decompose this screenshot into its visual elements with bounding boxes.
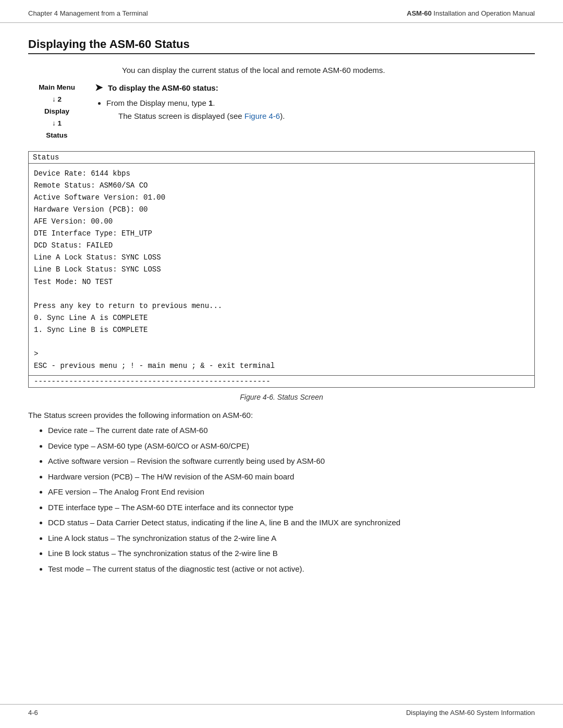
description-intro: The Status screen provides the following… xyxy=(28,411,535,419)
status-note-suffix: ). xyxy=(280,112,285,120)
nav-menu-line1: Main Menu xyxy=(28,82,85,94)
status-note: The Status screen is displayed (see Figu… xyxy=(118,112,535,120)
header-left: Chapter 4 Management from a Terminal xyxy=(28,9,148,17)
instruction-text: To display the ASM-60 status: xyxy=(108,83,218,92)
terminal-line-6: DCD Status: FAILED xyxy=(34,240,529,252)
page-footer: 4-6 Displaying the ASM-60 System Informa… xyxy=(0,704,563,717)
step-text-1: From the Display menu, type 1. xyxy=(106,98,215,107)
terminal-line-1: Remote Status: ASM60/SA CO xyxy=(34,180,529,192)
intro-text: You can display the current status of th… xyxy=(122,66,535,75)
terminal-prompt: > xyxy=(34,348,529,360)
terminal-blank2 xyxy=(34,336,529,348)
nav-content: ➤ To display the ASM-60 status: From the… xyxy=(85,82,535,120)
desc-item-9: Test mode – The current status of the di… xyxy=(48,563,535,575)
nav-menu-line4: ↓ 1 xyxy=(28,118,85,130)
page-content: Displaying the ASM-60 Status You can dis… xyxy=(0,23,563,601)
terminal-line-8: Line B Lock Status: SYNC LOSS xyxy=(34,264,529,276)
terminal-line-4: AFE Version: 00.00 xyxy=(34,216,529,228)
desc-item-0: Device rate – The current date rate of A… xyxy=(48,425,535,437)
desc-item-5: DTE interface type – The ASM-60 DTE inte… xyxy=(48,502,535,514)
header-right: ASM-60 Installation and Operation Manual xyxy=(407,9,535,17)
desc-item-4: AFE version – The Analog Front End revis… xyxy=(48,486,535,498)
figure-link[interactable]: Figure 4-6 xyxy=(244,112,280,120)
section-title: Displaying the ASM-60 Status xyxy=(28,38,535,54)
terminal-line-5: DTE Interface Type: ETH_UTP xyxy=(34,228,529,240)
terminal-divider: ----------------------------------------… xyxy=(29,375,534,387)
status-note-prefix: The Status screen is displayed (see xyxy=(118,112,244,120)
desc-item-8: Line B lock status – The synchronization… xyxy=(48,548,535,560)
terminal-sync-0: 0. Sync Line A is COMPLETE xyxy=(34,312,529,324)
header-right-normal: Installation and Operation Manual xyxy=(432,9,535,17)
step-item-1: From the Display menu, type 1. xyxy=(106,98,535,107)
steps-list: From the Display menu, type 1. xyxy=(106,98,535,107)
terminal-line-0: Device Rate: 6144 kbps xyxy=(34,168,529,180)
terminal-title: Status xyxy=(29,152,534,164)
nav-menu-line3: Display xyxy=(28,106,85,118)
terminal-body: Device Rate: 6144 kbps Remote Status: AS… xyxy=(29,164,534,376)
desc-item-3: Hardware version (PCB) – The H/W revisio… xyxy=(48,471,535,483)
terminal-line-9: Test Mode: NO TEST xyxy=(34,276,529,288)
terminal-line-3: Hardware Version (PCB): 00 xyxy=(34,204,529,216)
terminal-press-line: Press any key to return to previous menu… xyxy=(34,300,529,312)
desc-item-7: Line A lock status – The synchronization… xyxy=(48,533,535,545)
footer-left: 4-6 xyxy=(28,709,38,717)
nav-instruction: ➤ To display the ASM-60 status: xyxy=(95,82,535,93)
terminal-line-7: Line A Lock Status: SYNC LOSS xyxy=(34,252,529,264)
desc-item-6: DCD status – Data Carrier Detect status,… xyxy=(48,517,535,529)
desc-item-2: Active software version – Revision the s… xyxy=(48,455,535,467)
terminal-esc-line: ESC - previous menu ; ! - main menu ; & … xyxy=(34,360,529,372)
arrow-right-icon: ➤ xyxy=(95,82,103,93)
header-right-bold: ASM-60 xyxy=(407,9,432,17)
nav-menu: Main Menu ↓ 2 Display ↓ 1 Status xyxy=(28,82,85,142)
desc-item-1: Device type – ASM-60 type (ASM-60/CO or … xyxy=(48,440,535,452)
terminal-box: Status Device Rate: 6144 kbps Remote Sta… xyxy=(28,151,535,388)
figure-caption: Figure 4-6. Status Screen xyxy=(28,393,535,401)
page-header: Chapter 4 Management from a Terminal ASM… xyxy=(0,0,563,23)
terminal-sync-1: 1. Sync Line B is COMPLETE xyxy=(34,324,529,336)
nav-menu-line5: Status xyxy=(28,130,85,142)
terminal-line-2: Active Software Version: 01.00 xyxy=(34,192,529,204)
footer-right: Displaying the ASM-60 System Information xyxy=(406,709,535,717)
description-list: Device rate – The current date rate of A… xyxy=(48,425,535,575)
nav-menu-line2: ↓ 2 xyxy=(28,94,85,106)
terminal-blank1 xyxy=(34,288,529,300)
navigation-block: Main Menu ↓ 2 Display ↓ 1 Status ➤ To di… xyxy=(28,82,535,142)
